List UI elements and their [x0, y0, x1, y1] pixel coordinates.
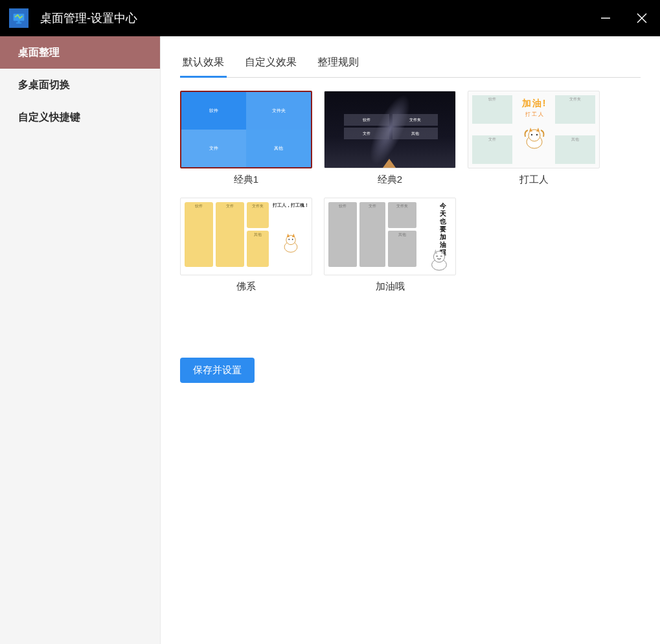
svg-point-13: [292, 239, 293, 240]
tile-label: 其他: [247, 231, 269, 267]
tile-label: 软件: [472, 95, 512, 124]
tile-label: 其他: [246, 130, 311, 167]
theme-card-worker[interactable]: 软件 文件夹 文件 其他 加油! 打 工 人 打工人: [468, 91, 600, 186]
theme-label: 佛系: [236, 281, 256, 293]
titlebar: 桌面管理-设置中心: [0, 0, 660, 36]
tab-default-effect[interactable]: 默认效果: [180, 49, 227, 77]
theme-label: 经典1: [234, 174, 258, 186]
theme-card-classic2[interactable]: 软件 文件夹 文件 其他 经典2: [324, 91, 456, 186]
theme-label: 经典2: [378, 174, 402, 186]
tile-label: 文件: [216, 202, 244, 267]
tile-label: 其他: [555, 135, 595, 164]
theme-thumb-worker: 软件 文件夹 文件 其他 加油! 打 工 人: [468, 91, 600, 168]
cat-icon: [279, 231, 302, 254]
close-button[interactable]: [624, 0, 660, 36]
svg-point-9: [536, 134, 538, 135]
save-and-apply-button[interactable]: 保存并设置: [180, 358, 255, 383]
theme-thumb-foxi: 软件 文件 文件夹 其他 打工人，打工魂！: [180, 198, 312, 275]
main-content: 默认效果 自定义效果 整理规则 软件 文件夹 文件 其他 经典1 软件: [161, 36, 660, 644]
tile-label: 文件: [344, 128, 389, 139]
theme-label: 打工人: [519, 174, 549, 186]
window-title: 桌面管理-设置中心: [40, 10, 137, 26]
theme-thumb-classic2: 软件 文件夹 文件 其他: [324, 91, 456, 168]
tabs: 默认效果 自定义效果 整理规则: [180, 49, 641, 78]
tab-custom-effect[interactable]: 自定义效果: [242, 49, 299, 77]
theme-label: 加油哦: [376, 281, 405, 293]
tile-label: 文件夹: [393, 114, 438, 126]
sidebar-item-multi-desktop[interactable]: 多桌面切换: [0, 69, 160, 101]
worker-subtitle: 打 工 人: [514, 111, 555, 118]
tile-label: 软件: [344, 114, 389, 126]
cat-icon: [521, 125, 547, 151]
theme-card-classic1[interactable]: 软件 文件夹 文件 其他 经典1: [180, 91, 312, 186]
tile-label: 文件: [181, 130, 246, 167]
minimize-button[interactable]: [587, 0, 624, 36]
tile-label: 软件: [328, 202, 357, 267]
foxi-banner: 打工人，打工魂！: [273, 202, 309, 209]
app-icon: [9, 8, 28, 28]
sidebar-item-custom-shortcut[interactable]: 自定义快捷键: [0, 101, 160, 133]
theme-grid: 软件 文件夹 文件 其他 经典1 软件 文件夹 文件 其他 经典2: [180, 91, 641, 293]
svg-rect-1: [17, 21, 19, 22]
tile-label: 文件: [359, 202, 385, 267]
sidebar: 桌面整理 多桌面切换 自定义快捷键: [0, 36, 161, 644]
worker-title: 加油!: [514, 98, 555, 109]
theme-card-jiayou[interactable]: 软件 文件 文件夹 其他 今天也要加油喔 加油哦: [324, 198, 456, 293]
tile-label: 文件夹: [246, 92, 311, 130]
theme-thumb-jiayou: 软件 文件 文件夹 其他 今天也要加油喔: [324, 198, 456, 275]
theme-thumb-classic1: 软件 文件夹 文件 其他: [180, 91, 312, 168]
tile-label: 文件夹: [388, 202, 416, 228]
sidebar-item-desktop-organize[interactable]: 桌面整理: [0, 36, 160, 69]
tile-label: 文件夹: [555, 95, 595, 124]
tile-label: 文件夹: [247, 202, 269, 228]
tab-organize-rules[interactable]: 整理规则: [315, 49, 361, 77]
tile-label: 软件: [181, 92, 246, 130]
tile-label: 其他: [393, 128, 438, 139]
svg-rect-2: [16, 23, 21, 24]
svg-point-12: [288, 239, 290, 240]
cat-icon: [427, 247, 451, 272]
tile-label: 其他: [388, 231, 416, 267]
svg-point-8: [531, 134, 532, 135]
tile-label: 文件: [472, 135, 512, 164]
tile-label: 软件: [185, 202, 213, 267]
theme-card-foxi[interactable]: 软件 文件 文件夹 其他 打工人，打工魂！ 佛系: [180, 198, 312, 293]
